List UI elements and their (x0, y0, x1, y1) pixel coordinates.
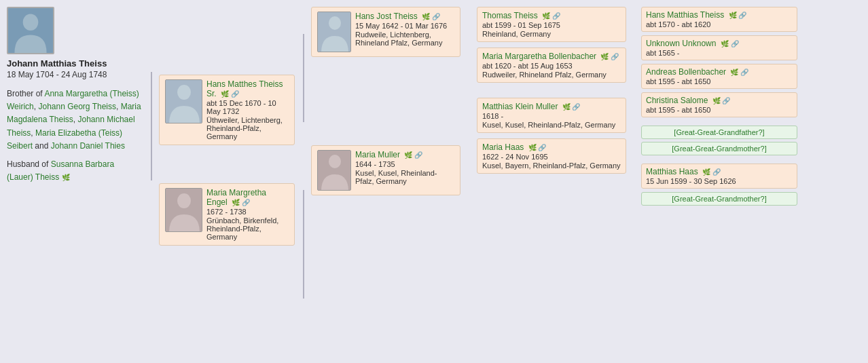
ggg-hans-link[interactable]: Hans Matthias Theiss (646, 10, 724, 20)
ggg-andreas-dates: abt 1595 - abt 1650 (646, 77, 793, 85)
gg-maria-mb-icons: 🌿 🔗 (600, 53, 619, 60)
ggg-matthias-haas-link[interactable]: Matthias Haas (646, 167, 698, 176)
pat-gm-card: Maria Muller 🌿 🔗 1644 - 1735 Kusel, Kuse… (311, 145, 460, 195)
brother-label: Brother of (7, 89, 43, 98)
mother-icons: 🌿 🔗 (232, 199, 250, 206)
ggg-christina-icons: 🌿 🔗 (712, 97, 731, 104)
mother-card: Maria Margretha Engel 🌿 🔗 1672 - 1738 Gr… (159, 183, 295, 246)
ggg-hans-card: Hans Matthias Theiss 🌿 🔗 abt 1570 - abt … (641, 7, 797, 32)
father-info: Hans Matthes Theiss Sr. 🌿 🔗 abt 15 Dec 1… (206, 79, 289, 140)
svg-point-3 (177, 85, 191, 100)
father-name-link[interactable]: Hans Matthes Theiss Sr. (206, 79, 283, 98)
pat-gm-place: Kusel, Kusel, Rheinland-Pfalz, Germany (355, 169, 454, 185)
ggg-label-1[interactable]: [Great-Great-Grandfather?] (641, 126, 797, 139)
gp-spacer-1 (311, 61, 460, 142)
subject-column: Johann Matthias Theiss 18 May 1704 - 24 … (7, 7, 143, 189)
svg-point-9 (329, 155, 341, 168)
pat-gf-card: Hans Jost Theiss 🌿 🔗 15 May 1642 - 01 Ma… (311, 7, 460, 57)
gg-maria-haas-dates: 1622 - 24 Nov 1695 (482, 153, 621, 161)
mother-place: Grünbach, Birkenfeld, Rheinland-Pfalz, G… (206, 216, 289, 241)
gg-thomas-link[interactable]: Thomas Theiss (482, 11, 538, 20)
ggg-christina-link[interactable]: Christina Salome (646, 96, 708, 105)
mother-dates: 1672 - 1738 (206, 208, 289, 216)
ggg-unknown-icons: 🌿 🔗 (721, 40, 739, 47)
ancestry-chart: Johann Matthias Theiss 18 May 1704 - 24 … (0, 0, 868, 252)
subject-relations: Brother of Anna Margaretha (Theiss) Weir… (7, 88, 143, 184)
ggg-christina-card: Christina Salome 🌿 🔗 abt 1595 - abt 1650 (641, 92, 797, 117)
ggg-matthias-haas-dates: 15 Jun 1599 - 30 Sep 1626 (646, 177, 793, 185)
ggg-andreas-icons: 🌿 🔗 (730, 69, 748, 76)
ggg-label-2[interactable]: [Great-Great-Grandmother?] (641, 142, 797, 155)
svg-point-7 (329, 16, 341, 30)
pat-gf-section: Hans Jost Theiss 🌿 🔗 15 May 1642 - 01 Ma… (311, 7, 460, 58)
ggg-unknown-dates: abt 1565 - (646, 49, 793, 57)
mother-card-inner: Maria Margretha Engel 🌿 🔗 1672 - 1738 Gr… (165, 188, 289, 241)
subject-name: Johann Matthias Theiss (7, 58, 143, 69)
ggg-hans-icons: 🌿 🔗 (729, 12, 747, 19)
husband-section: Husband of Susanna Barbara (Lauer) Theis… (7, 158, 143, 184)
gg-maria-haas-card: Maria Haas 🌿 🔗 1622 - 24 Nov 1695 Kusel,… (477, 138, 626, 174)
pat-gm-name-link[interactable]: Maria Muller (355, 150, 400, 159)
father-place: Üthweiler, Lichtenberg, Rheinland-Pfalz,… (206, 116, 289, 140)
brother-link-6[interactable]: Johann Daniel Thies (51, 141, 125, 151)
svg-point-5 (177, 193, 191, 208)
pat-gf-name-link[interactable]: Hans Jost Theiss (355, 12, 418, 21)
great-grandparents-column: Thomas Theiss 🌿 🔗 abt 1599 - 01 Sep 1675… (477, 7, 626, 176)
ggg-andreas-link[interactable]: Andreas Bollenbacher (646, 67, 726, 77)
gg-maria-mb-dates: abt 1620 - abt 15 Aug 1653 (482, 62, 621, 70)
gg-grandparents-column: Hans Matthias Theiss 🌿 🔗 abt 1570 - abt … (641, 7, 797, 207)
pat-gf-icons: 🌿 🔗 (422, 13, 440, 20)
pat-gm-icons: 🌿 🔗 (404, 151, 422, 159)
husband-label: Husband of (7, 159, 48, 169)
gg-maria-haas-icons: 🌿 🔗 (528, 144, 547, 151)
ggg-matthias-haas-icons: 🌿 🔗 (702, 168, 721, 176)
gg-matthias-km-card: Matthias Klein Muller 🌿 🔗 1618 - Kusel, … (477, 98, 626, 133)
pat-gf-place: Rudweile, Lichtenberg, Rhineland Pfalz, … (355, 31, 454, 47)
gg-matthias-km-icons: 🌿 🔗 (562, 103, 581, 111)
connector-2 (300, 7, 306, 246)
gg-maria-mb-link[interactable]: Maria Margaretha Bollenbacher (482, 52, 596, 61)
ggg-label-3[interactable]: [Great-Great-Grandmother?] (641, 192, 797, 206)
parents-spacer (159, 151, 295, 178)
ggg-matthias-haas-card: Matthias Haas 🌿 🔗 15 Jun 1599 - 30 Sep 1… (641, 164, 797, 189)
gg-thomas-dates: abt 1599 - 01 Sep 1675 (482, 21, 621, 29)
ggg-christina-dates: abt 1595 - abt 1650 (646, 106, 793, 114)
connector-3 (466, 7, 471, 246)
pat-gm-photo (317, 150, 351, 191)
gg-thomas-place: Rheinland, Germany (482, 30, 621, 38)
pat-gm-dates: 1644 - 1735 (355, 160, 454, 168)
parents-column: Hans Matthes Theiss Sr. 🌿 🔗 abt 15 Dec 1… (159, 7, 295, 246)
father-icons: 🌿 🔗 (221, 90, 239, 98)
father-card-inner: Hans Matthes Theiss Sr. 🌿 🔗 abt 15 Dec 1… (165, 79, 289, 140)
gg-matthias-km-place: Kusel, Kusel, Rheinland-Pfalz, Germany (482, 121, 621, 129)
gg-maria-mb-card: Maria Margaretha Bollenbacher 🌿 🔗 abt 16… (477, 47, 626, 83)
svg-point-1 (23, 14, 39, 31)
gg-maria-haas-place: Kusel, Bayern, Rheinland-Pfalz, Germany (482, 161, 621, 170)
brother-section: Brother of Anna Margaretha (Theiss) Weir… (7, 88, 143, 153)
pat-gf-dates: 15 May 1642 - 01 Mar 1676 (355, 22, 454, 30)
pat-gf-photo (317, 12, 351, 52)
gg-maria-haas-link[interactable]: Maria Haas (482, 142, 524, 152)
ggg-unknown-card: Unknown Unknown 🌿 🔗 abt 1565 - (641, 35, 797, 60)
mother-info: Maria Margretha Engel 🌿 🔗 1672 - 1738 Gr… (206, 188, 289, 241)
gg-thomas-card: Thomas Theiss 🌿 🔗 abt 1599 - 01 Sep 1675… (477, 7, 626, 42)
gg-matthias-km-dates: 1618 - (482, 112, 621, 120)
gg-thomas-icons: 🌿 🔗 (542, 12, 560, 20)
mother-photo (165, 188, 202, 232)
gg-spacer (477, 88, 626, 95)
pat-gf-info: Hans Jost Theiss 🌿 🔗 15 May 1642 - 01 Ma… (355, 12, 454, 52)
father-card: Hans Matthes Theiss Sr. 🌿 🔗 abt 15 Dec 1… (159, 75, 295, 145)
subject-photo (7, 7, 54, 54)
ggg-unknown-link[interactable]: Unknown Unknown (646, 39, 716, 48)
subject-dates: 18 May 1704 - 24 Aug 1748 (7, 70, 143, 79)
brother-link-2[interactable]: Johann Georg Theiss (38, 102, 116, 111)
ggg-hans-dates: abt 1570 - abt 1620 (646, 20, 793, 28)
connector-1 (148, 7, 153, 246)
father-photo (165, 79, 202, 123)
gg-maria-mb-place: Rudweiler, Rhineland Pfalz, Germany (482, 71, 621, 79)
pat-gm-section: Maria Muller 🌿 🔗 1644 - 1735 Kusel, Kuse… (311, 145, 460, 197)
wife-icon: 🌿 (62, 174, 70, 181)
pat-gm-info: Maria Muller 🌿 🔗 1644 - 1735 Kusel, Kuse… (355, 150, 454, 191)
grandparents-column: Hans Jost Theiss 🌿 🔗 15 May 1642 - 01 Ma… (311, 7, 460, 197)
gg-matthias-km-link[interactable]: Matthias Klein Muller (482, 102, 558, 111)
